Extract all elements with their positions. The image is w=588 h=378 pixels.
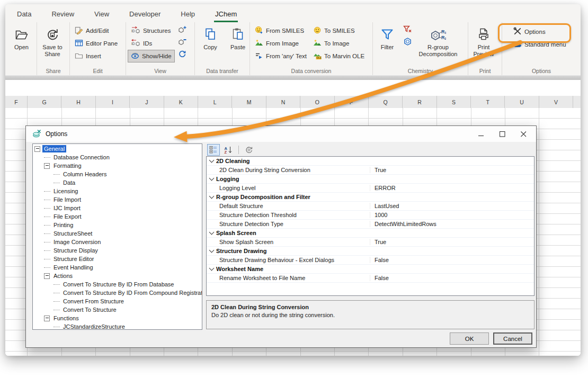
tree-item-structuresheet[interactable]: StructureSheet bbox=[33, 229, 202, 238]
property-category-splash-screen[interactable]: Splash Screen bbox=[207, 229, 534, 238]
options-tree[interactable]: GeneralDatabase ConnectionFormattingColu… bbox=[32, 143, 202, 330]
column-header-I[interactable]: I bbox=[96, 96, 130, 108]
maximize-icon[interactable] bbox=[492, 126, 513, 142]
tree-item-convert-from-structure[interactable]: Convert From Structure bbox=[33, 297, 202, 305]
property-value[interactable]: LastUsed bbox=[370, 203, 399, 209]
property-value[interactable]: True bbox=[370, 239, 386, 245]
property-row-2d-clean-during-string-conversion[interactable]: 2D Clean During String ConversionTrue bbox=[207, 166, 534, 175]
tree-item-data[interactable]: Data bbox=[33, 178, 202, 187]
structures-button[interactable]: ID Structures bbox=[128, 24, 175, 37]
column-header-M[interactable]: M bbox=[232, 96, 266, 108]
tab-developer[interactable]: Developer bbox=[128, 6, 162, 22]
tree-item-convert-to-structure-by-id-from-database[interactable]: Convert To Structure By ID From Database bbox=[33, 280, 202, 289]
clear-filter-button[interactable] bbox=[402, 25, 413, 35]
column-header-L[interactable]: L bbox=[198, 96, 232, 108]
reset-icon[interactable] bbox=[243, 144, 255, 156]
tab-jchem[interactable]: JChem bbox=[214, 6, 238, 22]
to-marvin-ole-button[interactable]: OLE To Marvin OLE bbox=[310, 50, 368, 62]
structure-filter-button[interactable] bbox=[402, 38, 413, 48]
property-value[interactable]: False bbox=[370, 257, 389, 263]
options-button[interactable]: Options bbox=[510, 25, 569, 38]
formula-bar[interactable] bbox=[5, 80, 581, 96]
property-value[interactable]: ERROR bbox=[370, 185, 396, 191]
tree-item-jcstandardizestructure[interactable]: JCStandardizeStructure bbox=[33, 322, 202, 330]
tree-item-convert-to-structure[interactable]: Convert To Structure bbox=[33, 305, 202, 314]
tree-item-image-conversion[interactable]: Image Conversion bbox=[33, 238, 202, 246]
chevron-down-icon[interactable] bbox=[209, 158, 214, 163]
tree-item-event-handling[interactable]: Event Handling bbox=[33, 263, 202, 272]
show-hide-button[interactable]: Show/Hide bbox=[128, 50, 175, 62]
property-value[interactable]: True bbox=[370, 167, 386, 173]
add-structure-button[interactable] bbox=[177, 25, 188, 35]
property-category-2d-cleaning[interactable]: 2D Cleaning bbox=[207, 157, 534, 166]
alphabetical-sort-icon[interactable]: AZ bbox=[222, 144, 235, 156]
tree-item-general[interactable]: General bbox=[33, 145, 202, 153]
tree-item-column-headers[interactable]: Column Headers bbox=[33, 170, 202, 178]
from-smiles-button[interactable]: From SMILES bbox=[252, 24, 310, 37]
editor-pane-button[interactable]: Editor Pane bbox=[72, 37, 121, 50]
save-to-share-button[interactable]: Save to Share bbox=[39, 23, 66, 57]
tab-help[interactable]: Help bbox=[180, 6, 196, 22]
remove-structure-button[interactable] bbox=[177, 38, 188, 48]
column-header-G[interactable]: G bbox=[28, 96, 61, 108]
tree-item-database-connection[interactable]: Database Connection bbox=[33, 153, 202, 161]
rgroup-decomposition-button[interactable]: R1R2 R-groupDecomposition bbox=[414, 23, 462, 57]
ok-button[interactable]: OK bbox=[450, 332, 489, 345]
tree-item-structure-display[interactable]: Structure Display bbox=[33, 246, 202, 255]
column-header-H[interactable]: H bbox=[61, 96, 95, 108]
property-grid[interactable]: 2D Cleaning2D Clean During String Conver… bbox=[206, 156, 534, 296]
tree-item-structure-editor[interactable]: Structure Editor bbox=[33, 255, 202, 263]
from-any-text-button[interactable]: From 'any' Text bbox=[252, 50, 310, 62]
column-header-F[interactable]: F bbox=[5, 96, 28, 108]
property-category-worksheet-name[interactable]: Worksheet Name bbox=[207, 265, 534, 274]
property-row-structure-detection-threshold[interactable]: Structure Detection Threshold1000 bbox=[207, 211, 534, 220]
ids-button[interactable]: ID IDs bbox=[128, 37, 175, 50]
copy-button[interactable]: Copy bbox=[197, 23, 224, 51]
column-header-S[interactable]: S bbox=[437, 96, 471, 108]
column-header-Q[interactable]: Q bbox=[369, 96, 403, 108]
collapse-icon[interactable] bbox=[44, 316, 50, 321]
property-value[interactable]: False bbox=[370, 275, 389, 281]
tree-item-ijc-import[interactable]: IJC Import bbox=[33, 204, 202, 212]
tree-item-functions[interactable]: Functions bbox=[33, 314, 202, 322]
column-header-N[interactable]: N bbox=[266, 96, 300, 108]
standard-menu-button[interactable]: Standard menu bbox=[510, 38, 569, 51]
property-row-show-splash-screen[interactable]: Show Splash ScreenTrue bbox=[207, 238, 534, 247]
cancel-button[interactable]: Cancel bbox=[493, 332, 532, 345]
tab-view[interactable]: View bbox=[93, 6, 110, 22]
to-image-button[interactable]: To Image bbox=[310, 37, 368, 50]
collapse-icon[interactable] bbox=[44, 163, 50, 169]
tree-item-actions[interactable]: Actions bbox=[33, 272, 202, 280]
chevron-down-icon[interactable] bbox=[209, 194, 214, 199]
tree-item-file-export[interactable]: File Export bbox=[33, 212, 202, 221]
tab-data[interactable]: Data bbox=[16, 6, 32, 22]
property-row-rename-worksheet-to-file-name[interactable]: Rename Worksheet to File NameFalse bbox=[207, 274, 534, 283]
filter-button[interactable]: Filter bbox=[375, 23, 400, 51]
property-value[interactable]: DetectWithLimitedRows bbox=[370, 221, 436, 227]
to-smiles-button[interactable]: To SMILES bbox=[310, 24, 368, 37]
chevron-down-icon[interactable] bbox=[209, 266, 214, 271]
chevron-down-icon[interactable] bbox=[209, 230, 214, 235]
tree-item-formatting[interactable]: Formatting bbox=[33, 161, 202, 170]
property-value[interactable]: 1000 bbox=[370, 212, 387, 218]
dialog-titlebar[interactable]: Options bbox=[26, 126, 536, 142]
close-icon[interactable] bbox=[513, 126, 534, 142]
tree-item-convert-to-structure-by-id-from-compound-registration[interactable]: Convert To Structure By ID From Compound… bbox=[33, 289, 202, 297]
minimize-icon[interactable] bbox=[470, 126, 492, 142]
insert-button[interactable]: Insert bbox=[72, 50, 121, 62]
property-row-structure-drawing-behaviour-excel-dialogs[interactable]: Structure Drawing Behaviour - Excel Dial… bbox=[207, 256, 534, 265]
column-header-U[interactable]: U bbox=[505, 96, 539, 108]
property-category-r-group-decomposition-and-filter[interactable]: R-group Decomposition and Filter bbox=[207, 193, 534, 202]
property-row-structure-detection-type[interactable]: Structure Detection TypeDetectWithLimite… bbox=[207, 220, 534, 229]
tree-item-printing[interactable]: Printing bbox=[33, 221, 202, 229]
column-header-O[interactable]: O bbox=[300, 96, 334, 108]
column-header-J[interactable]: J bbox=[130, 96, 164, 108]
property-row-logging-level[interactable]: Logging LevelERROR bbox=[207, 184, 534, 193]
tree-item-licensing[interactable]: Licensing bbox=[33, 187, 202, 195]
from-image-button[interactable]: From Image bbox=[252, 37, 310, 50]
refresh-button[interactable] bbox=[177, 50, 188, 60]
open-button[interactable]: Open bbox=[8, 23, 35, 51]
property-row-default-structure[interactable]: Default StructureLastUsed bbox=[207, 202, 534, 211]
add-edit-button[interactable]: Add/Edit bbox=[72, 24, 121, 37]
collapse-icon[interactable] bbox=[34, 146, 40, 152]
